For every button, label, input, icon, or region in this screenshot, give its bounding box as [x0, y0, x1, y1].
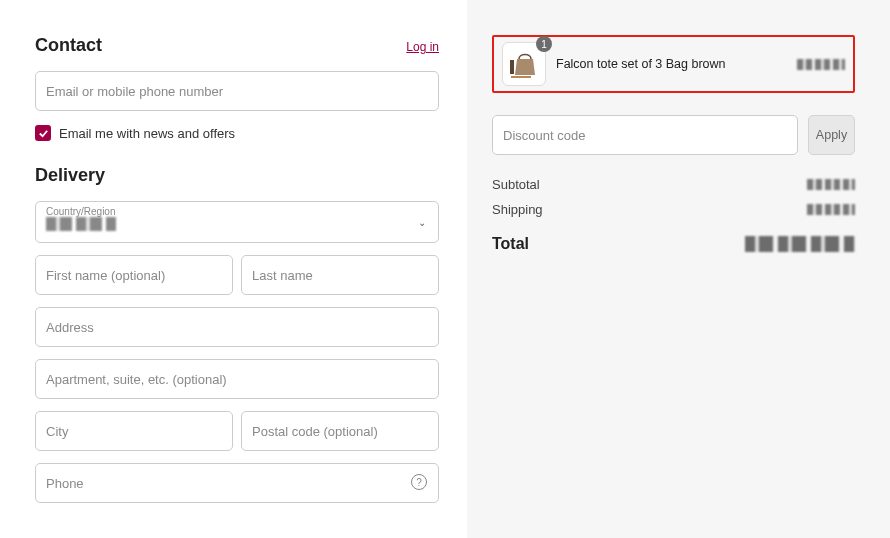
email-field[interactable] [35, 71, 439, 111]
last-name-field[interactable] [241, 255, 439, 295]
phone-field[interactable] [35, 463, 439, 503]
contact-heading: Contact [35, 35, 102, 56]
shipping-label: Shipping [492, 202, 543, 217]
chevron-down-icon: ⌄ [418, 217, 426, 228]
quantity-badge: 1 [536, 36, 552, 52]
contact-header: Contact Log in [35, 35, 439, 56]
checkmark-icon [38, 128, 49, 139]
cart-item-price-redacted [797, 59, 845, 70]
svg-rect-1 [511, 76, 531, 78]
subtotal-value-redacted [807, 179, 855, 190]
question-circle-icon[interactable]: ? [411, 474, 427, 490]
country-select[interactable]: Country/Region ⌄ [35, 201, 439, 243]
news-offers-checkbox[interactable] [35, 125, 51, 141]
login-link[interactable]: Log in [406, 40, 439, 54]
cart-item-name: Falcon tote set of 3 Bag brown [556, 57, 726, 71]
apply-button[interactable]: Apply [808, 115, 855, 155]
cart-item-thumbnail: 1 [502, 42, 546, 86]
cart-item-highlighted: 1 Falcon tote set of 3 Bag brown [492, 35, 855, 93]
address-field[interactable] [35, 307, 439, 347]
discount-code-field[interactable] [492, 115, 798, 155]
apartment-field[interactable] [35, 359, 439, 399]
news-offers-label: Email me with news and offers [59, 126, 235, 141]
country-label: Country/Region [46, 206, 428, 217]
subtotal-label: Subtotal [492, 177, 540, 192]
city-field[interactable] [35, 411, 233, 451]
total-label: Total [492, 235, 529, 253]
svg-rect-0 [510, 60, 514, 74]
total-value-redacted [745, 236, 855, 252]
shipping-value-redacted [807, 204, 855, 215]
tote-bag-icon [507, 47, 541, 81]
postal-code-field[interactable] [241, 411, 439, 451]
delivery-heading: Delivery [35, 165, 439, 186]
first-name-field[interactable] [35, 255, 233, 295]
country-value-redacted [46, 217, 116, 231]
